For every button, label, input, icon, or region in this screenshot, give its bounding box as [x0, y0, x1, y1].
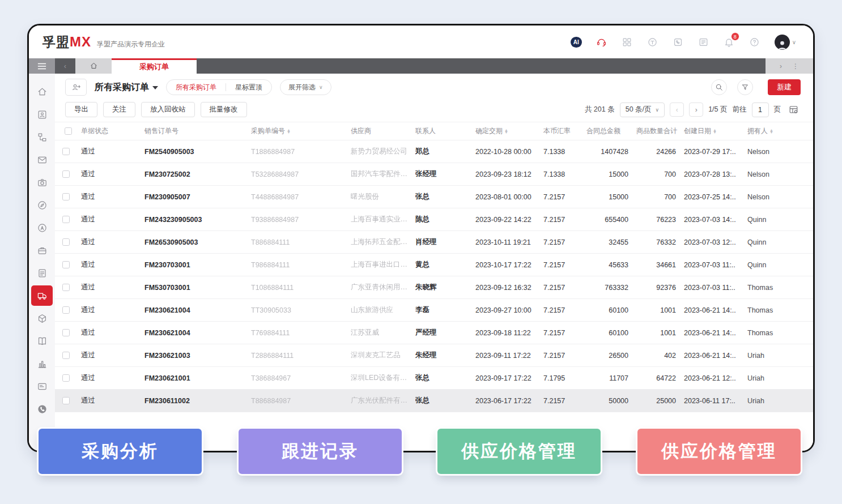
toolbar-button-2[interactable]: 放入回收站	[141, 102, 195, 117]
table-row[interactable]: 通过FM26530905003T886884111上海拓邦五金配件...肖经理2…	[55, 231, 813, 254]
column-header-5[interactable]: 确定交期▲▼	[475, 126, 543, 136]
cell-purchase-no: T2886884111	[251, 352, 351, 360]
table-row[interactable]: 通过FM530703001T1086884111广东亚青休闲用品...朱晓辉20…	[55, 276, 813, 299]
row-checkbox[interactable]	[62, 352, 70, 359]
row-checkbox[interactable]	[62, 238, 70, 246]
headset-icon[interactable]	[596, 36, 607, 48]
owner-filter-icon[interactable]	[65, 79, 87, 96]
select-all-checkbox[interactable]	[65, 127, 72, 135]
sort-icon[interactable]: ▲▼	[504, 129, 508, 134]
table-row[interactable]: 通过FM230621001T386884967深圳LED设备有限...张总202…	[55, 367, 813, 390]
cell-exchange-rate: 7.2157	[543, 284, 586, 292]
cell-contact: 张总	[415, 192, 475, 202]
cell-created-date: 2023-07-03 11:..	[684, 284, 747, 292]
row-checkbox[interactable]	[62, 374, 70, 382]
sidebar-org-icon[interactable]	[31, 126, 53, 148]
row-checkbox[interactable]	[62, 284, 70, 291]
sidebar-compass-icon[interactable]	[31, 194, 53, 216]
column-header-4[interactable]: 联系人	[415, 126, 475, 136]
column-header-7[interactable]: 合同总金额	[586, 126, 636, 136]
column-header-9[interactable]: 创建日期▲▼	[684, 126, 747, 136]
table-row[interactable]: 通过FM230621003T2886884111深圳麦克工艺品朱经理2023-0…	[55, 344, 813, 367]
next-page-button[interactable]: ›	[689, 102, 703, 117]
bottom-button-2[interactable]: 供应价格管理	[437, 429, 601, 474]
sidebar-whatsapp-icon[interactable]	[31, 398, 53, 420]
sidebar-book-icon[interactable]	[31, 330, 53, 352]
row-checkbox[interactable]	[62, 261, 70, 268]
new-button[interactable]: 新建	[768, 79, 801, 95]
tab-back-icon[interactable]: ‹	[55, 58, 75, 74]
table-row[interactable]: 通过FM230725002T53286884987国邦汽车零配件有...张经理2…	[55, 163, 813, 186]
table-row[interactable]: 通过FM230611002T886884987广东光伏配件有限...张总2023…	[55, 390, 813, 412]
pagination: 共 201 条 50 条/页 ∨ ‹ › 1/5 页 前往 页	[585, 102, 801, 117]
view-selector[interactable]: 所有采购订单	[95, 82, 158, 93]
tab-more-icon[interactable]: ⋮	[792, 62, 799, 70]
menu-icon[interactable]	[29, 58, 55, 74]
tasks-icon[interactable]	[698, 36, 709, 48]
sidebar-package-icon[interactable]	[31, 307, 53, 330]
goto-page-input[interactable]	[752, 102, 769, 117]
table-row[interactable]: 通过FM230621004T769884111江苏亚威严经理2023-09-18…	[55, 322, 813, 344]
cell-delivery-date: 2023-10-17 17:22	[475, 261, 543, 269]
page-size-select[interactable]: 50 条/页 ∨	[620, 102, 665, 117]
phone-icon[interactable]	[673, 36, 684, 48]
tab-home[interactable]	[75, 58, 112, 74]
search-icon[interactable]	[711, 79, 727, 95]
column-header-10[interactable]: 拥有人▲▼	[747, 126, 813, 136]
sidebar-briefcase-icon[interactable]	[31, 239, 53, 262]
column-header-6[interactable]: 本币汇率	[543, 126, 586, 136]
pill-all-orders[interactable]: 所有采购订单	[167, 80, 226, 95]
sort-icon[interactable]: ▲▼	[287, 129, 291, 134]
column-header-1[interactable]: 销售订单号	[144, 126, 251, 136]
toolbar-button-1[interactable]: 关注	[103, 102, 135, 117]
sidebar-contacts-icon[interactable]	[31, 103, 53, 126]
bottom-button-1[interactable]: 跟进记录	[239, 429, 402, 474]
filter-funnel-icon[interactable]	[737, 79, 753, 95]
sidebar-truck-icon[interactable]	[31, 285, 53, 306]
column-header-3[interactable]: 供应商	[351, 126, 415, 136]
avatar	[775, 35, 790, 50]
row-checkbox[interactable]	[62, 397, 70, 404]
sidebar-chart-icon[interactable]	[31, 352, 53, 375]
row-checkbox[interactable]	[62, 306, 70, 314]
sort-icon[interactable]: ▲▼	[769, 129, 773, 134]
question-icon[interactable]	[749, 36, 760, 48]
toolbar-button-3[interactable]: 批量修改	[201, 102, 247, 117]
column-header-8[interactable]: 商品数量合计	[636, 126, 684, 136]
sidebar-mail-icon[interactable]	[31, 148, 53, 171]
row-checkbox[interactable]	[62, 216, 70, 223]
pill-starred-top[interactable]: 星标置顶	[226, 80, 271, 95]
row-checkbox[interactable]	[62, 170, 70, 178]
service-icon[interactable]	[647, 36, 658, 48]
sidebar-home-icon[interactable]	[31, 80, 53, 103]
apps-grid-icon[interactable]	[622, 36, 633, 48]
cell-created-date: 2023-07-03 11:..	[684, 261, 747, 269]
sort-icon[interactable]: ▲▼	[713, 129, 717, 134]
tab-forward-icon[interactable]: ›	[780, 62, 782, 70]
row-checkbox[interactable]	[62, 148, 70, 155]
column-header-2[interactable]: 采购单编号▲▼	[251, 126, 351, 136]
table-row[interactable]: 通过FM230703001T986884111上海百事进出口有...黄总2023…	[55, 254, 813, 276]
table-row[interactable]: 通过FM2540905003T1886884987新势力贸易经公司郑总2022-…	[55, 140, 813, 163]
table-row[interactable]: 通过FM230905007T44886884987曙光股份张总2023-08-0…	[55, 186, 813, 208]
sidebar-document-icon[interactable]	[31, 262, 53, 284]
bell-icon[interactable]: 8	[724, 36, 735, 48]
user-avatar[interactable]: ∨	[775, 35, 796, 50]
toolbar-button-0[interactable]: 导出	[65, 102, 97, 117]
sidebar-circle-a-icon[interactable]	[31, 216, 53, 239]
cell-delivery-date: 2022-10-28 00:00	[475, 148, 543, 156]
ai-icon[interactable]: AI	[571, 36, 582, 48]
bottom-button-0[interactable]: 采购分析	[39, 429, 202, 474]
sidebar-card-icon[interactable]	[31, 375, 53, 398]
row-checkbox[interactable]	[62, 329, 70, 336]
table-row[interactable]: 通过FM230621004TT30905033山东旅游供应李磊2023-09-2…	[55, 299, 813, 322]
row-checkbox[interactable]	[62, 193, 70, 200]
column-header-0[interactable]: 单据状态	[81, 126, 144, 136]
bottom-button-3[interactable]: 供应价格管理	[637, 429, 801, 474]
expand-filter-button[interactable]: 展开筛选 ∨	[280, 79, 331, 95]
sidebar-camera-icon[interactable]	[31, 171, 53, 194]
tab-purchase-orders[interactable]: 采购订单	[112, 58, 197, 74]
prev-page-button[interactable]: ‹	[670, 102, 684, 117]
table-row[interactable]: 通过FM243230905003T93886884987上海百事通实业有...陈…	[55, 208, 813, 231]
table-settings-icon[interactable]	[786, 102, 801, 117]
